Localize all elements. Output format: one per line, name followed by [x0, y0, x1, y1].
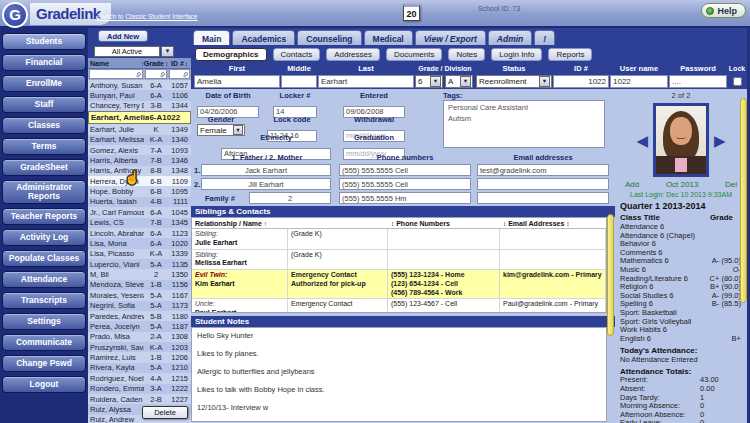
sort-both-icon[interactable]: ↕ [185, 60, 188, 67]
add-new-button[interactable]: Add New [98, 30, 148, 42]
next-photo-arrow-icon[interactable]: ▶ [714, 133, 726, 148]
contact-row[interactable]: Evil Twin:Kim EarhartEmergency ContactAu… [192, 270, 606, 299]
student-row[interactable]: Lewis, CS7-B1345 [88, 218, 191, 228]
sidebar-item-populate-classes[interactable]: Populate Classes [2, 250, 86, 267]
student-row[interactable]: Prado, Misa2-A1308 [88, 332, 191, 342]
student-row[interactable]: Rodriguez, Noelle4-A1215 [88, 373, 191, 383]
sidebar-item-terms[interactable]: Terms [2, 138, 86, 155]
family-number-field[interactable] [249, 192, 331, 204]
contacts-name-column[interactable]: Relationship / Name [195, 220, 262, 227]
previous-photo-arrow-icon[interactable]: ◀ [636, 133, 648, 148]
student-row[interactable]: Pruszynski, SavannaK-A1203 [88, 342, 191, 352]
delete-button[interactable]: Delete [142, 406, 188, 419]
panel-scrollbar[interactable] [740, 98, 747, 303]
sidebar-item-settings[interactable]: Settings [2, 313, 86, 330]
sidebar-item-logout[interactable]: Logout [2, 376, 86, 393]
parent-phone-field[interactable] [339, 164, 471, 176]
sidebar-item-teacher-reports[interactable]: Teacher Reports [2, 208, 86, 225]
student-row[interactable]: Rondero, Emma3-A1222 [88, 384, 191, 394]
middle-name-field[interactable] [281, 75, 317, 88]
tab-medical[interactable]: Medical [364, 30, 413, 45]
student-row[interactable]: Jr., Carl Famous6-A1045 [88, 207, 191, 217]
subtab-demographics[interactable]: Demographics [195, 48, 267, 61]
contacts-phone-column[interactable]: Phone Numbers [396, 220, 450, 227]
student-row[interactable]: Lisa, PicassoK-A1339 [88, 249, 191, 259]
lock-checkbox[interactable] [733, 77, 742, 86]
sidebar-item-classes[interactable]: Classes [2, 117, 86, 134]
student-row[interactable]: Bunyan, Paul6-A1106 [88, 90, 191, 100]
student-row[interactable]: Lincoln, Abraham B6-A1123 [88, 228, 191, 238]
calendar-date-icon[interactable]: 20 [403, 4, 420, 21]
sidebar-item-change-pswd[interactable]: Change Pswd [2, 355, 86, 372]
student-row[interactable]: Lisa, Mona6-A1020 [88, 238, 191, 248]
help-button[interactable]: Help [701, 3, 746, 18]
user-name-field[interactable] [610, 75, 668, 88]
sidebar-item-communicate[interactable]: Communicate [2, 334, 86, 351]
last-name-field[interactable] [318, 75, 414, 88]
tags-box[interactable]: Personal Care AssistantAutism [443, 100, 605, 148]
student-row[interactable]: Earhart, MelissaK-A1340 [88, 135, 191, 145]
family-phone-field[interactable] [339, 192, 471, 204]
sidebar-item-administrator-reports[interactable]: Administrator Reports [2, 180, 86, 204]
switch-classic-link[interactable]: Switch to Classic Student Interface [97, 13, 197, 20]
sidebar-item-gradesheet[interactable]: GradeSheet [2, 159, 86, 176]
parent-name-field[interactable] [201, 178, 331, 190]
subtab-notes[interactable]: Notes [448, 48, 485, 61]
subtab-contacts[interactable]: Contacts [273, 48, 321, 61]
student-row[interactable]: Ruidera, Caden2-B1227 [88, 394, 191, 404]
tab-alert[interactable]: ! [534, 30, 555, 45]
student-row[interactable]: Chancey, Terry D3-B1344 [88, 101, 191, 111]
chevron-down-icon[interactable]: ▼ [430, 76, 441, 87]
column-id-label[interactable]: ID # [171, 60, 184, 67]
sidebar-item-students[interactable]: Students [2, 33, 86, 50]
column-grade-label[interactable]: Grade [144, 60, 164, 67]
subtab-documents[interactable]: Documents [386, 48, 442, 61]
division-select[interactable]: A ▼ [445, 75, 473, 88]
sidebar-item-transcripts[interactable]: Transcripts [2, 292, 86, 309]
photo-add-link[interactable]: Add [625, 180, 639, 191]
parent-name-field[interactable] [201, 164, 331, 176]
contact-row[interactable]: Sibling:Julie Earhart(Grade K) [192, 229, 606, 250]
subtab-login-info[interactable]: Login Info [491, 48, 542, 61]
student-row[interactable]: Earhart, Amelia6-A1022 [88, 111, 191, 124]
sort-both-icon[interactable]: ↕ [566, 220, 569, 227]
student-row[interactable]: Rivera, Kayla5-A1210 [88, 363, 191, 373]
student-row[interactable]: M, Bil21350 [88, 269, 191, 279]
sort-both-icon[interactable]: ↕ [391, 220, 394, 227]
subtab-addresses[interactable]: Addresses [326, 48, 380, 61]
student-row[interactable]: Harris, Alberta7-B1346 [88, 155, 191, 165]
grade-search-input[interactable] [145, 69, 167, 79]
sort-both-icon[interactable]: ↕ [503, 220, 506, 227]
tab-admin[interactable]: Admin [488, 30, 532, 45]
student-row[interactable]: Earhart, JulieK1349 [88, 124, 191, 134]
student-id-field[interactable] [553, 75, 609, 88]
student-row[interactable]: Anthony, Susan B6-A1057 [88, 80, 191, 90]
student-row[interactable]: Gomez, Alexis7-A1093 [88, 145, 191, 155]
subtab-reports[interactable]: Reports [548, 48, 592, 61]
student-row[interactable]: Mendoza, Steven1-B1156 [88, 280, 191, 290]
tab-view-export[interactable]: View / Export [415, 30, 486, 45]
id-search-input[interactable] [169, 69, 190, 79]
student-row[interactable]: Hope, Bobby6-B1095 [88, 186, 191, 196]
tab-counseling[interactable]: Counseling [297, 30, 361, 45]
sidebar-item-activity-log[interactable]: Activity Log [2, 229, 86, 246]
sort-asc-icon[interactable]: ↑ [264, 220, 267, 227]
parent-email-field[interactable] [477, 164, 609, 176]
student-row[interactable]: Perea, Jocelyn5-A1187 [88, 321, 191, 331]
sidebar-item-enrollme[interactable]: EnrollMe [2, 75, 86, 92]
student-row[interactable]: Lupercio, Viani5-A1135 [88, 259, 191, 269]
sidebar-item-attendance[interactable]: Attendance [2, 271, 86, 288]
student-row[interactable]: Ramirez, Luis1-B1206 [88, 352, 191, 362]
tab-academics[interactable]: Academics [232, 30, 295, 45]
first-name-field[interactable] [194, 75, 280, 88]
chevron-down-icon[interactable]: ▼ [460, 76, 471, 87]
column-name-label[interactable]: Name [90, 60, 109, 67]
name-search-input[interactable] [89, 69, 143, 79]
photo-delete-link[interactable]: Del [725, 180, 737, 191]
content-scrollbar[interactable] [607, 214, 614, 336]
student-row[interactable]: Huerta, Isaiah4-B1111 [88, 197, 191, 207]
family-email-field[interactable] [477, 192, 609, 204]
student-row[interactable]: Morales, Yesenia5-A1167 [88, 290, 191, 300]
parent-email-field[interactable] [477, 178, 609, 190]
status-select[interactable]: Reenrollment ▼ [476, 75, 552, 88]
